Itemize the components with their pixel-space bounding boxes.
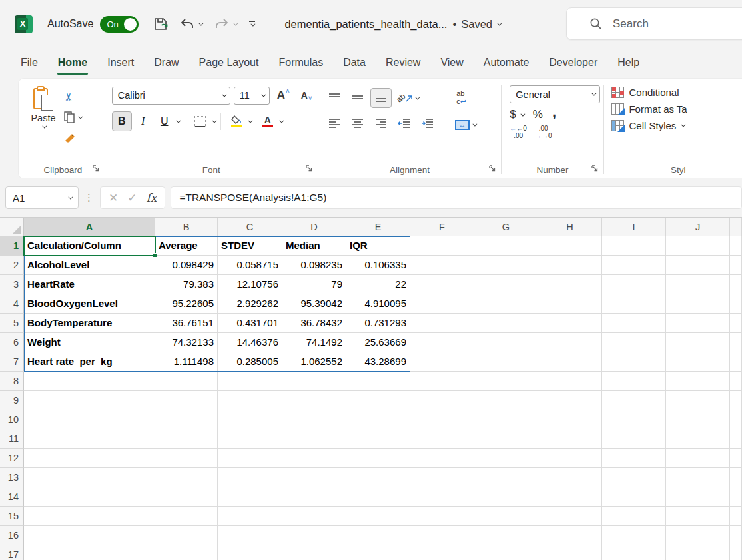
- undo-dropdown-chevron[interactable]: [198, 21, 203, 25]
- cell-I2[interactable]: [602, 256, 666, 275]
- font-size-combo[interactable]: 11: [234, 87, 270, 105]
- decrease-font-size-button[interactable]: A˅: [296, 85, 316, 105]
- cell-J2[interactable]: [666, 256, 730, 275]
- document-title[interactable]: dementia_patients_health_data... • Saved: [284, 18, 500, 31]
- row-header-9[interactable]: 9: [0, 391, 24, 410]
- cell-H1[interactable]: [538, 236, 602, 256]
- cell-C3[interactable]: 12.10756: [218, 275, 282, 294]
- cell-A10[interactable]: [24, 410, 155, 429]
- cell-I12[interactable]: [602, 449, 666, 468]
- align-top-button[interactable]: [324, 88, 345, 108]
- cell-C8[interactable]: [218, 372, 282, 391]
- cell-B3[interactable]: 79.383: [155, 275, 218, 294]
- cell-H4[interactable]: [538, 294, 602, 314]
- font-name-combo[interactable]: Calibri: [112, 87, 230, 105]
- cell-J5[interactable]: [666, 314, 730, 333]
- cell-H5[interactable]: [538, 314, 602, 333]
- cell-C6[interactable]: 14.46376: [218, 333, 282, 352]
- cell-H15[interactable]: [538, 507, 602, 526]
- cell-G5[interactable]: [474, 314, 538, 333]
- copy-button[interactable]: [64, 110, 81, 125]
- cell-H11[interactable]: [538, 429, 602, 449]
- cell-B8[interactable]: [155, 372, 218, 391]
- cell-A12[interactable]: [24, 449, 155, 468]
- cell-D17[interactable]: [282, 545, 346, 560]
- cell-F6[interactable]: [410, 333, 474, 352]
- cell-C2[interactable]: 0.058715: [218, 256, 282, 275]
- cell-I5[interactable]: [602, 314, 666, 333]
- cell-H3[interactable]: [538, 275, 602, 294]
- cell-G1[interactable]: [474, 236, 538, 256]
- insert-function-icon[interactable]: fx: [147, 191, 157, 204]
- cell-E5[interactable]: 0.731293: [346, 314, 410, 333]
- cell-E4[interactable]: 4.910095: [346, 294, 410, 314]
- cell-C14[interactable]: [218, 487, 282, 507]
- cell-J10[interactable]: [666, 410, 730, 429]
- cell-J7[interactable]: [666, 352, 730, 372]
- tab-review[interactable]: Review: [376, 48, 430, 77]
- cell-I17[interactable]: [602, 545, 666, 560]
- cell-E8[interactable]: [346, 372, 410, 391]
- tab-insert[interactable]: Insert: [97, 48, 144, 77]
- merge-dropdown-chevron[interactable]: [472, 121, 477, 126]
- cell-J16[interactable]: [666, 526, 730, 545]
- copy-dropdown-chevron[interactable]: [78, 114, 83, 119]
- cell-D16[interactable]: [282, 526, 346, 545]
- cell-B13[interactable]: [155, 468, 218, 487]
- cell-H17[interactable]: [538, 545, 602, 560]
- col-header-B[interactable]: B: [155, 218, 218, 236]
- cell-J1[interactable]: [666, 236, 730, 256]
- cell-G13[interactable]: [474, 468, 538, 487]
- increase-font-size-button[interactable]: A˄: [273, 85, 293, 105]
- tab-home[interactable]: Home: [48, 48, 97, 77]
- cell-E17[interactable]: [346, 545, 410, 560]
- cell-A14[interactable]: [24, 487, 155, 507]
- cell-J13[interactable]: [666, 468, 730, 487]
- cell-H13[interactable]: [538, 468, 602, 487]
- cell-I10[interactable]: [602, 410, 666, 429]
- tab-developer[interactable]: Developer: [539, 48, 607, 77]
- font-color-dropdown-chevron[interactable]: [279, 118, 284, 123]
- underline-dropdown-chevron[interactable]: [176, 118, 181, 123]
- format-as-table-button[interactable]: Format as Ta: [611, 103, 742, 115]
- cell-C13[interactable]: [218, 468, 282, 487]
- clipboard-dialog-launcher-icon[interactable]: [93, 165, 99, 172]
- saved-dropdown-chevron[interactable]: [497, 21, 502, 25]
- col-header-I[interactable]: I: [602, 218, 666, 236]
- cell-G12[interactable]: [474, 449, 538, 468]
- cell-D8[interactable]: [282, 372, 346, 391]
- cell-H10[interactable]: [538, 410, 602, 429]
- cell-D5[interactable]: 36.78432: [282, 314, 346, 333]
- cell-F13[interactable]: [410, 468, 474, 487]
- row-header-2[interactable]: 2: [0, 256, 24, 275]
- cell-E12[interactable]: [346, 449, 410, 468]
- row-header-4[interactable]: 4: [0, 294, 24, 314]
- cell-B11[interactable]: [155, 429, 218, 449]
- cell-J8[interactable]: [666, 372, 730, 391]
- cell-styles-button[interactable]: Cell Styles: [611, 120, 742, 131]
- align-bottom-button[interactable]: [370, 88, 392, 108]
- cell-C1[interactable]: STDEV: [218, 236, 282, 256]
- paste-button[interactable]: Paste: [23, 83, 64, 161]
- row-header-5[interactable]: 5: [0, 314, 24, 333]
- cell-I8[interactable]: [602, 372, 666, 391]
- cell-G2[interactable]: [474, 256, 538, 275]
- tab-automate[interactable]: Automate: [474, 48, 539, 77]
- cell-A9[interactable]: [24, 391, 155, 410]
- cell-B15[interactable]: [155, 507, 218, 526]
- increase-indent-button[interactable]: [417, 113, 438, 133]
- select-all-corner[interactable]: [0, 218, 24, 236]
- col-header-A[interactable]: A: [24, 218, 155, 236]
- tab-help[interactable]: Help: [607, 48, 649, 77]
- fill-handle[interactable]: [153, 253, 157, 258]
- align-left-button[interactable]: [324, 113, 345, 133]
- formula-input[interactable]: =TRANSPOSE(Analysis!A1:G5): [171, 186, 742, 209]
- cell-A7[interactable]: Heart rate_per_kg: [24, 352, 155, 372]
- cell-D7[interactable]: 1.062552: [282, 352, 346, 372]
- tab-view[interactable]: View: [430, 48, 473, 77]
- cell-J6[interactable]: [666, 333, 730, 352]
- row-header-1[interactable]: 1: [0, 236, 24, 256]
- cell-B4[interactable]: 95.22605: [155, 294, 218, 314]
- cell-I7[interactable]: [602, 352, 666, 372]
- cell-E3[interactable]: 22: [346, 275, 410, 294]
